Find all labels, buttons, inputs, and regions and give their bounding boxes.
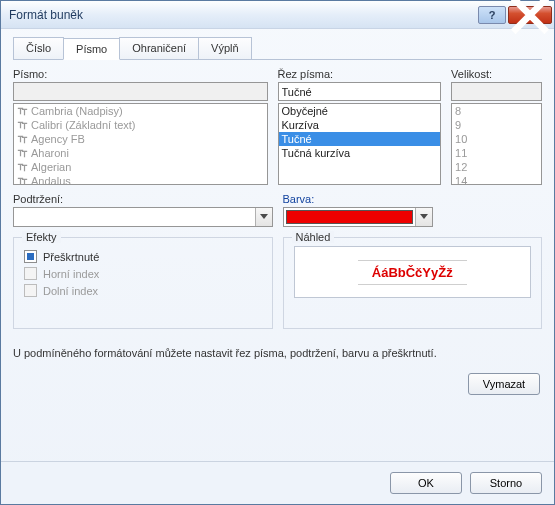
tab-fill[interactable]: Výplň [198,37,252,59]
font-label: Písmo: [13,68,268,80]
help-button[interactable]: ? [478,6,506,24]
subscript-checkbox: Dolní index [24,284,262,297]
dialog-body: Číslo Písmo Ohraničení Výplň Písmo: ꭲꭲCa… [1,29,554,461]
format-cells-dialog: Formát buněk ? Číslo Písmo Ohraničení Vý… [0,0,555,505]
preview-sample: ÁáBbČčYyŽž [358,260,467,285]
font-item: ꭲꭲAndalus [14,174,267,185]
titlebar: Formát buněk ? [1,1,554,29]
size-input [451,82,542,101]
chevron-down-icon[interactable] [415,208,432,226]
font-input [13,82,268,101]
window-title: Formát buněk [9,8,476,22]
superscript-checkbox: Horní index [24,267,262,280]
color-label: Barva: [283,193,543,205]
cancel-button[interactable]: Storno [470,472,542,494]
effects-fieldset: Efekty Přeškrtnuté Horní index Dolní ind… [13,237,273,329]
dialog-footer: OK Storno [1,461,554,504]
font-item: ꭲꭲCalibri (Základní text) [14,118,267,132]
underline-label: Podtržení: [13,193,273,205]
color-swatch [286,210,413,224]
preview-box: ÁáBbČčYyŽž [294,246,532,298]
truetype-icon: ꭲꭲ [17,176,28,185]
size-item[interactable]: 9 [452,118,541,132]
style-item[interactable]: Obyčejné [279,104,441,118]
size-item[interactable]: 14 [452,174,541,185]
svg-text:ꭲ: ꭲ [21,134,28,144]
underline-value [14,208,255,226]
tab-number[interactable]: Číslo [13,37,64,59]
svg-text:ꭲ: ꭲ [21,106,28,116]
strikethrough-checkbox[interactable]: Přeškrtnuté [24,250,262,263]
style-item[interactable]: Kurzíva [279,118,441,132]
clear-button[interactable]: Vymazat [468,373,540,395]
hint-text: U podmíněného formátování můžete nastavi… [13,347,542,359]
underline-combo[interactable] [13,207,273,227]
style-item[interactable]: Tučná kurzíva [279,146,441,160]
size-item[interactable]: 8 [452,104,541,118]
font-item: ꭲꭲAgency FB [14,132,267,146]
color-combo[interactable] [283,207,433,227]
font-item: ꭲꭲAlgerian [14,160,267,174]
tab-border[interactable]: Ohraničení [119,37,199,59]
ok-button[interactable]: OK [390,472,462,494]
style-input[interactable] [278,82,442,101]
close-button[interactable] [508,6,552,24]
size-item[interactable]: 10 [452,132,541,146]
size-item[interactable]: 12 [452,160,541,174]
size-listbox[interactable]: 8 9 10 11 12 14 [451,103,542,185]
font-item: ꭲꭲAharoni [14,146,267,160]
font-item: ꭲꭲCambria (Nadpisy) [14,104,267,118]
preview-fieldset: Náhled ÁáBbČčYyŽž [283,237,543,329]
truetype-icon: ꭲꭲ [17,134,28,144]
tab-bar: Číslo Písmo Ohraničení Výplň [13,37,542,60]
svg-text:ꭲ: ꭲ [21,148,28,158]
size-label: Velikost: [451,68,542,80]
checkbox-icon [24,250,37,263]
tab-font[interactable]: Písmo [63,38,120,60]
style-listbox[interactable]: Obyčejné Kurzíva Tučné Tučná kurzíva [278,103,442,185]
checkbox-icon [24,284,37,297]
truetype-icon: ꭲꭲ [17,148,28,158]
font-listbox[interactable]: ꭲꭲCambria (Nadpisy) ꭲꭲCalibri (Základní … [13,103,268,185]
svg-text:ꭲ: ꭲ [21,120,28,130]
truetype-icon: ꭲꭲ [17,120,28,130]
chevron-down-icon[interactable] [255,208,272,226]
size-item[interactable]: 11 [452,146,541,160]
style-item[interactable]: Tučné [279,132,441,146]
truetype-icon: ꭲꭲ [17,106,28,116]
tab-content-font: Písmo: ꭲꭲCambria (Nadpisy) ꭲꭲCalibri (Zá… [13,68,542,449]
svg-text:ꭲ: ꭲ [21,176,28,185]
checkbox-icon [24,267,37,280]
svg-text:ꭲ: ꭲ [21,162,28,172]
truetype-icon: ꭲꭲ [17,162,28,172]
preview-legend: Náhled [292,231,335,243]
style-label: Řez písma: [278,68,442,80]
effects-legend: Efekty [22,231,61,243]
